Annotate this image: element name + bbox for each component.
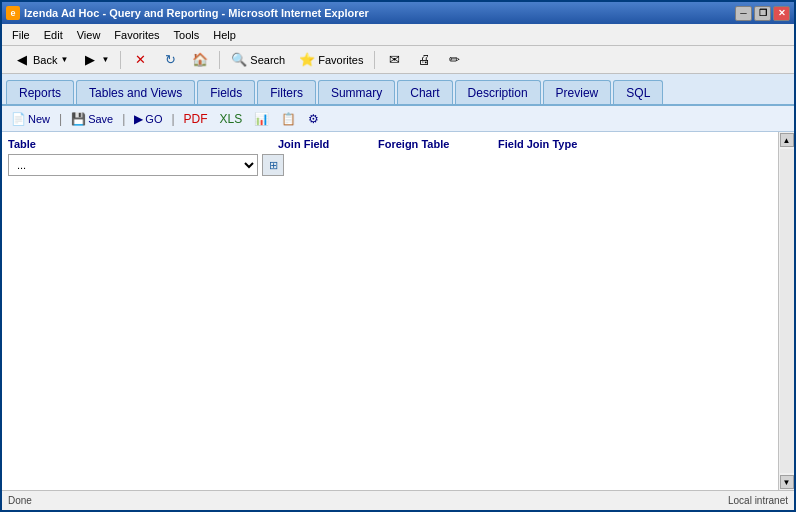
new-label: New [28,113,50,125]
menu-bar: File Edit View Favorites Tools Help [2,24,794,46]
home-icon: 🏠 [192,52,208,68]
back-dropdown-icon: ▼ [60,55,68,64]
tab-tables-and-views[interactable]: Tables and Views [76,80,195,104]
menu-edit[interactable]: Edit [38,25,69,45]
status-text: Done [8,495,32,506]
edit-button[interactable]: ✏ [440,49,468,71]
edit-icon: ✏ [446,52,462,68]
go-button[interactable]: ▶ GO [129,109,167,129]
action-sep-3: | [171,112,174,126]
search-icon: 🔍 [231,52,247,68]
joins-header: Table Join Field Foreign Table Field Joi… [8,138,772,150]
mail-icon: ✉ [386,52,402,68]
scroll-up-arrow[interactable]: ▲ [780,133,794,147]
mail-button[interactable]: ✉ [380,49,408,71]
table-select[interactable]: ... [8,154,258,176]
save-label: Save [88,113,113,125]
refresh-icon: ↻ [162,52,178,68]
print-button[interactable]: 🖨 [410,49,438,71]
status-bar: Done Local intranet [2,490,794,510]
tab-reports[interactable]: Reports [6,80,74,104]
favorites-button[interactable]: ⭐ Favorites [293,49,369,71]
menu-help[interactable]: Help [207,25,242,45]
col-table-header: Table [8,138,278,150]
scrollbar-vertical[interactable]: ▲ ▼ [778,132,794,490]
back-button[interactable]: ◀ Back ▼ [8,49,74,71]
doc-icon: 📊 [254,112,269,126]
col-join-field-header: Join Field [278,138,378,150]
new-button[interactable]: 📄 New [6,109,55,129]
favorites-icon: ⭐ [299,52,315,68]
action-sep-2: | [122,112,125,126]
go-label: GO [145,113,162,125]
go-icon: ▶ [134,112,143,126]
tab-filters[interactable]: Filters [257,80,316,104]
stop-icon: ✕ [132,52,148,68]
tab-summary[interactable]: Summary [318,80,395,104]
action-sep-1: | [59,112,62,126]
menu-tools[interactable]: Tools [168,25,206,45]
ie-toolbar: ◀ Back ▼ ▶ ▼ ✕ ↻ 🏠 🔍 Search ⭐ Favorites … [2,46,794,74]
window-title: Izenda Ad Hoc - Query and Reporting - Mi… [24,7,369,19]
pdf-icon: PDF [184,112,208,126]
col-foreign-table-header: Foreign Table [378,138,498,150]
close-button[interactable]: ✕ [773,6,790,21]
toolbar-separator-3 [374,51,375,69]
doc-button[interactable]: 📊 [249,109,274,129]
search-label: Search [250,54,285,66]
joins-area: Table Join Field Foreign Table Field Joi… [8,138,772,176]
add-join-icon: ⊞ [269,159,278,172]
xls-button[interactable]: XLS [215,109,248,129]
tab-description[interactable]: Description [455,80,541,104]
print-icon: 🖨 [416,52,432,68]
stop-button[interactable]: ✕ [126,49,154,71]
back-icon: ◀ [14,52,30,68]
pdf-button[interactable]: PDF [179,109,213,129]
forward-button[interactable]: ▶ ▼ [76,49,115,71]
save-icon: 💾 [71,112,86,126]
forward-icon: ▶ [82,52,98,68]
tab-chart[interactable]: Chart [397,80,452,104]
menu-favorites[interactable]: Favorites [108,25,165,45]
tab-preview[interactable]: Preview [543,80,612,104]
csv-icon: 📋 [281,112,296,126]
zone-text: Local intranet [728,495,788,506]
csv-button[interactable]: 📋 [276,109,301,129]
scroll-down-arrow[interactable]: ▼ [780,475,794,489]
scroll-track[interactable] [780,149,794,473]
xls-icon: XLS [220,112,243,126]
home-button[interactable]: 🏠 [186,49,214,71]
search-button[interactable]: 🔍 Search [225,49,291,71]
settings-button[interactable]: ⚙ [303,109,324,129]
title-bar: e Izenda Ad Hoc - Query and Reporting - … [2,2,794,24]
window-controls: ─ ❐ ✕ [735,6,790,21]
add-join-button[interactable]: ⊞ [262,154,284,176]
favorites-label: Favorites [318,54,363,66]
content-area: Table Join Field Foreign Table Field Joi… [2,132,778,490]
app-icon: e [6,6,20,20]
main-window: e Izenda Ad Hoc - Query and Reporting - … [0,0,796,512]
action-bar: 📄 New | 💾 Save | ▶ GO | PDF XLS 📊 [2,106,794,132]
menu-view[interactable]: View [71,25,107,45]
toolbar-separator-1 [120,51,121,69]
new-page-icon: 📄 [11,112,26,126]
col-field-join-type-header: Field Join Type [498,138,618,150]
tabs-row: Reports Tables and Views Fields Filters … [2,74,794,106]
minimize-button[interactable]: ─ [735,6,752,21]
restore-button[interactable]: ❐ [754,6,771,21]
toolbar-separator-2 [219,51,220,69]
menu-file[interactable]: File [6,25,36,45]
tab-fields[interactable]: Fields [197,80,255,104]
settings-icon: ⚙ [308,112,319,126]
tab-sql[interactable]: SQL [613,80,663,104]
forward-dropdown-icon: ▼ [101,55,109,64]
joins-row-1: ... ⊞ [8,154,772,176]
back-label: Back [33,54,57,66]
save-button[interactable]: 💾 Save [66,109,118,129]
refresh-button[interactable]: ↻ [156,49,184,71]
